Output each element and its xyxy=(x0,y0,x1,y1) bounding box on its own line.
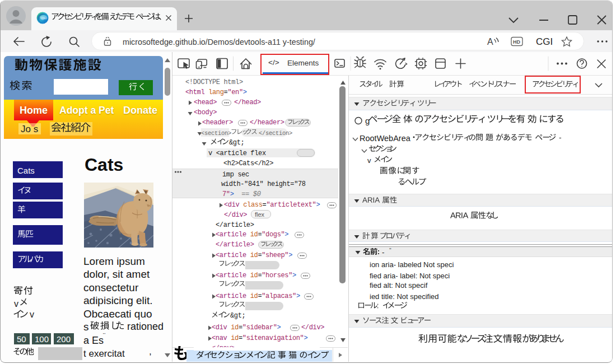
svg-text:CGI: CGI xyxy=(536,36,553,47)
svg-text:HD: HD xyxy=(513,39,520,45)
svg-text:A: A xyxy=(487,37,493,46)
